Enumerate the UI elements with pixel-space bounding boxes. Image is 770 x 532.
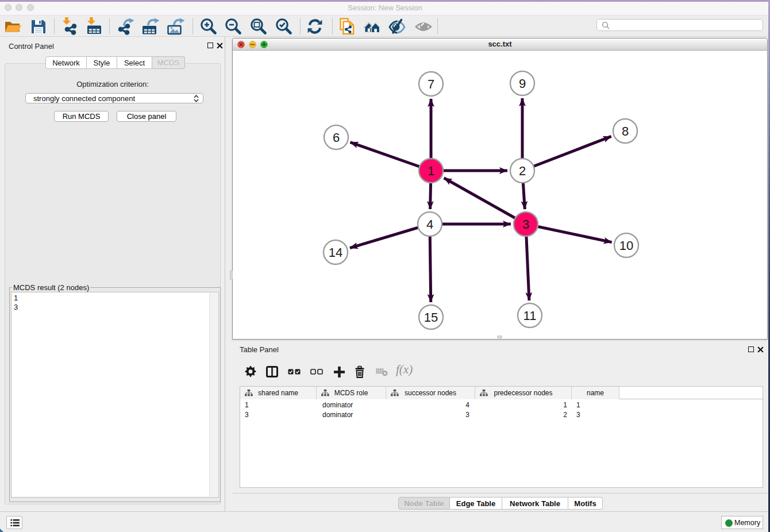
svg-text:9: 9 (519, 76, 526, 91)
svg-text:4: 4 (426, 217, 433, 232)
svg-text:11: 11 (523, 309, 537, 323)
svg-text:1: 1 (428, 164, 434, 178)
svg-text:14: 14 (329, 245, 342, 260)
svg-text:6: 6 (333, 130, 340, 145)
svg-text:2: 2 (519, 164, 526, 178)
svg-text:10: 10 (619, 238, 633, 253)
svg-text:8: 8 (622, 124, 629, 138)
svg-text:3: 3 (522, 217, 529, 232)
svg-text:15: 15 (424, 310, 438, 325)
svg-text:7: 7 (428, 77, 434, 91)
